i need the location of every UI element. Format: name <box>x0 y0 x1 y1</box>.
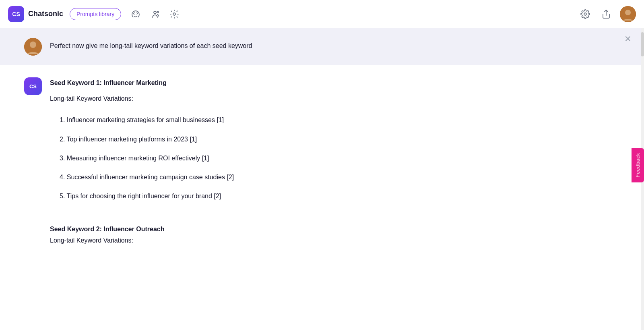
close-button[interactable] <box>621 32 634 45</box>
ai-message: CS Seed Keyword 1: Influencer Marketing … <box>0 65 644 218</box>
keyword-list-1: Influencer marketing strategies for smal… <box>50 110 620 205</box>
seed2-title: Seed Keyword 2: Influencer Outreach <box>50 226 620 233</box>
logo-icon: CS <box>8 6 24 22</box>
community-icon[interactable] <box>149 8 161 21</box>
svg-point-0 <box>154 11 156 14</box>
user-avatar[interactable] <box>620 6 636 22</box>
ai-avatar: CS <box>24 77 42 95</box>
list-item: Tips for choosing the right influencer f… <box>60 187 620 205</box>
list-item: Top influencer marketing platforms in 20… <box>60 130 620 149</box>
navbar: CS Chatsonic Prompts library <box>0 0 644 28</box>
ai-content: Seed Keyword 1: Influencer Marketing Lon… <box>50 77 620 205</box>
prompts-library-button[interactable]: Prompts library <box>70 8 121 20</box>
discord-icon[interactable] <box>129 8 142 21</box>
svg-point-3 <box>584 13 586 15</box>
seed2-variations-label: Long-tail Keyword Variations: <box>50 237 620 244</box>
scrollbar-thumb[interactable] <box>641 32 644 56</box>
feedback-tab[interactable]: Feedback <box>632 148 644 182</box>
settings-icon[interactable] <box>168 8 181 21</box>
app-name: Chatsonic <box>28 10 63 18</box>
seed2-section: Seed Keyword 2: Influencer Outreach Long… <box>0 218 644 252</box>
user-avatar-chat <box>24 38 42 56</box>
svg-point-2 <box>173 13 175 15</box>
list-item: Measuring influencer marketing ROI effec… <box>60 149 620 168</box>
navbar-right <box>578 6 636 22</box>
user-message-text: Perfect now give me long-tail keyword va… <box>50 38 252 51</box>
svg-point-7 <box>30 42 36 48</box>
list-item: Influencer marketing strategies for smal… <box>60 110 620 129</box>
header-gear-icon[interactable] <box>578 7 592 21</box>
chat-container: Perfect now give me long-tail keyword va… <box>0 28 644 330</box>
list-item: Successful influencer marketing campaign… <box>60 168 620 187</box>
svg-point-5 <box>625 10 631 15</box>
svg-point-1 <box>157 11 159 13</box>
seed1-variations-label: Long-tail Keyword Variations: <box>50 93 620 104</box>
user-message: Perfect now give me long-tail keyword va… <box>0 28 644 65</box>
logo-area: CS Chatsonic <box>8 6 63 22</box>
seed1-title: Seed Keyword 1: Influencer Marketing <box>50 77 620 88</box>
share-icon[interactable] <box>599 7 613 21</box>
nav-icons <box>129 8 181 21</box>
